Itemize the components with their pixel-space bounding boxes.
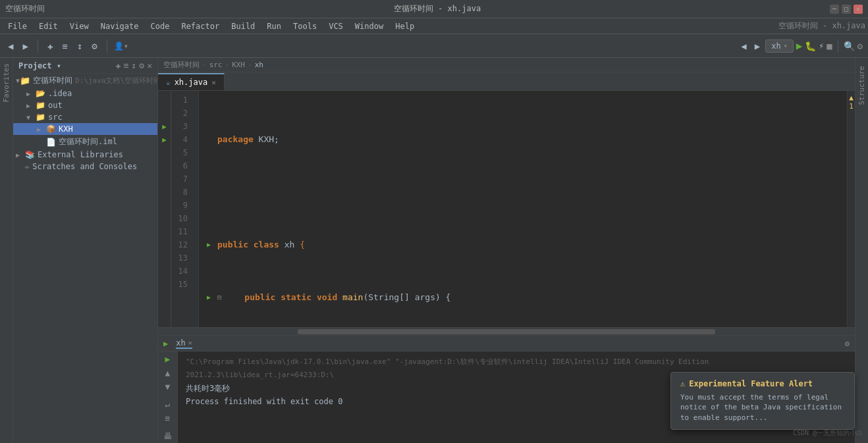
menu-refactor[interactable]: Refactor: [176, 20, 225, 32]
toolbar-nav-fwd[interactable]: ▶: [752, 39, 763, 53]
tree-item-root[interactable]: ▼ 📁 空循环时间 D:\java文档\空循环时间: [13, 74, 157, 88]
warning-indicator[interactable]: ▲ 1: [848, 91, 855, 113]
run-filter-btn[interactable]: ≡: [165, 413, 171, 423]
menu-edit[interactable]: Edit: [34, 20, 63, 32]
run-scroll-down-btn[interactable]: ▼: [165, 382, 171, 392]
toolbar-sep2: [107, 39, 107, 53]
sidebar-add-icon[interactable]: ✚: [116, 61, 121, 70]
run-print-btn[interactable]: 🖶: [163, 431, 172, 441]
scroll-thumb[interactable]: [298, 329, 716, 334]
line-num-8: 8: [171, 186, 193, 199]
run-tab-xh[interactable]: xh ✕: [176, 338, 192, 349]
menu-help[interactable]: Help: [390, 20, 420, 32]
tree-arrow-src[interactable]: ▼: [26, 114, 36, 121]
menu-bar: File Edit View Navigate Code Refactor Bu…: [0, 18, 868, 34]
minimize-btn[interactable]: ─: [830, 5, 839, 14]
sidebar-sort-icon[interactable]: ↕: [132, 61, 137, 70]
gutter-3[interactable]: ▶: [158, 120, 171, 133]
editor-main: ▶ ▶: [158, 91, 855, 327]
favorites-tab[interactable]: Favorites: [2, 63, 11, 103]
run-button[interactable]: ▶: [796, 39, 803, 52]
sidebar-collapse-icon[interactable]: ≡: [124, 61, 129, 70]
iml-label: 空循环时间.iml: [59, 136, 117, 147]
tree-arrow-kxh[interactable]: ▶: [37, 126, 46, 133]
gutter-7: [158, 172, 171, 186]
toolbar-nav-back[interactable]: ◀: [738, 39, 749, 53]
maximize-btn[interactable]: □: [842, 5, 851, 14]
tree-arrow-idea[interactable]: ▶: [26, 90, 36, 97]
tree-item-kxh[interactable]: ▶ 📦 KXH: [13, 123, 157, 135]
toolbar-back-btn[interactable]: ◀: [5, 39, 16, 53]
tree-item-iml[interactable]: 📄 空循环时间.iml: [13, 135, 157, 149]
fold-4[interactable]: ⊟: [217, 291, 221, 304]
debug-button[interactable]: 🐛: [805, 41, 816, 51]
tree-item-out[interactable]: ▶ 📁 out: [13, 99, 157, 111]
toolbar-list-btn[interactable]: ≡: [59, 39, 70, 53]
horizontal-scrollbar[interactable]: [158, 327, 855, 335]
code-line-2: [207, 186, 847, 199]
line-num-2: 2: [171, 107, 193, 120]
account-icon[interactable]: 👤▾: [114, 41, 128, 51]
menu-vcs[interactable]: VCS: [323, 20, 348, 32]
gutter-4[interactable]: ▶: [158, 133, 171, 146]
tree-item-scratches[interactable]: ✏ Scratches and Consoles: [13, 161, 157, 172]
search-btn[interactable]: 🔍: [844, 41, 855, 51]
toolbar-sort-btn[interactable]: ↕: [74, 39, 85, 53]
menu-build[interactable]: Build: [226, 20, 260, 32]
gutter-13: [158, 251, 171, 265]
toolbar: ◀ ▶ ✚ ≡ ↕ ⚙ 👤▾ ◀ ▶ xh ▾ ▶ 🐛 ⚡ ■ 🔍 ⚙: [0, 34, 868, 58]
line-num-14: 14: [171, 265, 193, 278]
run-play-btn[interactable]: ▶: [165, 354, 171, 364]
settings-btn[interactable]: ⚙: [857, 41, 863, 51]
tab-file-icon: ☕: [166, 78, 171, 87]
line-num-13: 13: [171, 251, 193, 265]
tree-item-idea[interactable]: ▶ 📂 .idea: [13, 88, 157, 99]
menu-code[interactable]: Code: [146, 20, 175, 32]
scratches-icon: ✏: [25, 162, 30, 171]
toolbar-add-btn[interactable]: ✚: [45, 39, 55, 53]
root-label: 空循环时间: [33, 75, 72, 86]
menu-view[interactable]: View: [65, 20, 94, 32]
run-scroll-up-btn[interactable]: ▲: [165, 368, 171, 378]
code-content[interactable]: package KXH; ▶ public class xh {: [199, 91, 847, 327]
structure-tab[interactable]: Structure: [856, 63, 867, 108]
run-tab-close[interactable]: ✕: [188, 339, 192, 346]
menu-navigate[interactable]: Navigate: [95, 20, 144, 32]
menu-file[interactable]: File: [3, 20, 32, 32]
tree-item-src[interactable]: ▼ 📁 src: [13, 111, 157, 123]
gutter-14: [158, 265, 171, 278]
menu-tools[interactable]: Tools: [288, 20, 322, 32]
sidebar-settings-icon[interactable]: ⚙: [139, 61, 144, 70]
line-num-3: 3: [171, 120, 193, 133]
toolbar-forward-btn[interactable]: ▶: [20, 39, 30, 53]
run-sidebar: ▶ ▲ ▼ ↵ ≡ 🖶 🗑 📌: [158, 352, 178, 443]
project-sidebar: Project ▾ ✚ ≡ ↕ ⚙ ✕ ▼ 📁 空循环时间 D:\java文档\…: [13, 58, 158, 443]
gutter-15: [158, 278, 171, 291]
root-path: D:\java文档\空循环时间: [75, 76, 158, 86]
idea-icon: 📂: [36, 89, 45, 98]
run-settings-icon[interactable]: ⚙: [845, 339, 850, 348]
menu-window[interactable]: Window: [350, 20, 389, 32]
menu-run[interactable]: Run: [261, 20, 286, 32]
title-center: 空循环时间 - xh.java: [778, 20, 865, 32]
gutter-6: [158, 159, 171, 172]
close-btn[interactable]: ✕: [854, 5, 863, 14]
editor-tab-xh[interactable]: ☕ xh.java ✕: [158, 73, 225, 90]
tab-close-btn[interactable]: ✕: [211, 78, 216, 87]
run-wrap-btn[interactable]: ↵: [165, 400, 171, 409]
tree-arrow-out[interactable]: ▶: [26, 102, 36, 109]
tab-bar: ☕ xh.java ✕: [158, 72, 855, 91]
warning-icon: ⚠: [680, 379, 685, 388]
breadcrumb-file[interactable]: xh: [255, 61, 263, 69]
gutter-12: [158, 238, 171, 251]
sidebar-close-icon[interactable]: ✕: [147, 61, 152, 70]
run-coverage-btn[interactable]: ⚡: [819, 41, 824, 51]
toolbar-settings-btn[interactable]: ⚙: [89, 39, 99, 53]
run-config[interactable]: xh ▾: [765, 39, 793, 53]
tree-item-extlib[interactable]: ▶ 📚 External Libraries: [13, 149, 157, 161]
line-num-5: 5: [171, 146, 193, 159]
tree-arrow-extlib[interactable]: ▶: [16, 151, 25, 159]
stop-button[interactable]: ■: [827, 41, 832, 51]
window-controls: ─ □ ✕: [830, 5, 863, 14]
notification: ⚠ Experimental Feature Alert You must ac…: [670, 372, 855, 430]
